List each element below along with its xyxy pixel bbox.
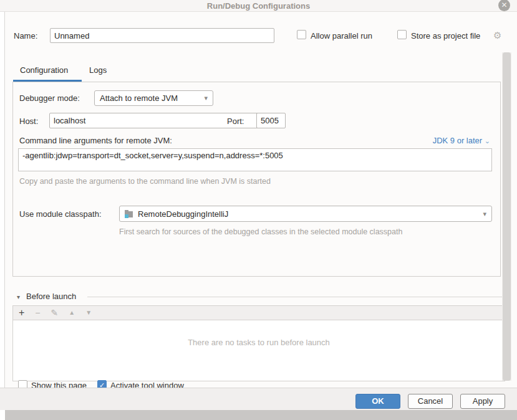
cmd-args-textarea[interactable]: -agentlib:jdwp=transport=dt_socket,serve… — [18, 148, 492, 171]
module-icon — [125, 210, 134, 218]
module-classpath-select[interactable]: RemoteDebuggingIntelliJ ▾ — [119, 206, 492, 222]
module-classpath-hint: First search for sources of the debugged… — [119, 227, 418, 237]
tab-configuration[interactable]: Configuration — [20, 65, 68, 75]
jdk-version-link-wrap: JDK 9 or later ⌄ — [433, 136, 490, 145]
module-classpath-value: RemoteDebuggingIntelliJ — [138, 209, 228, 219]
jdk-version-link-label: JDK 9 or later — [433, 136, 482, 145]
left-panel-edge — [0, 12, 5, 388]
dialog-body: Name: Allow parallel run Store as projec… — [5, 12, 517, 388]
scrollbar-thumb[interactable] — [503, 52, 511, 381]
host-label: Host: — [19, 117, 38, 126]
before-launch-toolbar: + − ✎ ▲ ▼ — [12, 305, 505, 320]
scrollbar-track[interactable] — [502, 52, 511, 381]
gear-icon[interactable]: ⚙ — [493, 30, 501, 41]
cancel-button[interactable]: Cancel — [408, 394, 453, 409]
dialog-footer: OK Cancel Apply — [0, 388, 517, 410]
run-debug-configurations-dialog: Run/Debug Configurations ✕ Name: Allow p… — [0, 0, 517, 420]
cmd-args-hint: Copy and paste the arguments to the comm… — [19, 177, 271, 186]
cmd-args-label: Command line arguments for remote JVM: — [19, 136, 172, 145]
dialog-title: Run/Debug Configurations — [0, 1, 517, 11]
add-icon[interactable]: + — [19, 308, 24, 318]
before-launch-empty-message: There are no tasks to run before launch — [13, 338, 505, 347]
name-input[interactable] — [50, 28, 274, 43]
port-label: Port: — [227, 117, 244, 126]
port-input[interactable] — [256, 113, 286, 128]
debugger-mode-select[interactable]: Attach to remote JVM ▾ — [94, 90, 213, 106]
jdk-version-link[interactable]: JDK 9 or later ⌄ — [433, 136, 490, 145]
chevron-down-icon: ⌄ — [485, 137, 490, 145]
section-divider — [87, 297, 505, 297]
name-label: Name: — [14, 31, 37, 41]
ok-button[interactable]: OK — [355, 394, 400, 409]
module-classpath-label: Use module classpath: — [19, 209, 102, 219]
background-strip — [5, 410, 517, 420]
debugger-mode-value: Attach to remote JVM — [100, 93, 178, 103]
chevron-down-icon: ▾ — [204, 94, 208, 102]
move-down-icon[interactable]: ▼ — [85, 310, 92, 316]
edit-pencil-icon[interactable]: ✎ — [51, 308, 59, 317]
before-launch-title: Before launch — [26, 292, 76, 301]
collapse-triangle-icon[interactable]: ▾ — [17, 294, 20, 300]
apply-button[interactable]: Apply — [460, 394, 505, 409]
remove-icon[interactable]: − — [35, 308, 40, 317]
store-as-project-file-label: Store as project file — [411, 31, 480, 41]
allow-parallel-run-checkbox[interactable] — [297, 30, 306, 39]
allow-parallel-run-label: Allow parallel run — [311, 31, 372, 41]
configuration-panel: Debugger mode: Attach to remote JVM ▾ Ho… — [12, 82, 501, 277]
chevron-down-icon: ▾ — [483, 210, 486, 218]
before-launch-task-list[interactable]: There are no tasks to run before launch — [12, 320, 505, 381]
dialog-titlebar: Run/Debug Configurations ✕ — [0, 0, 517, 12]
move-up-icon[interactable]: ▲ — [69, 310, 75, 316]
store-as-project-file-checkbox[interactable] — [397, 30, 407, 39]
debugger-mode-label: Debugger mode: — [19, 93, 80, 103]
tab-logs[interactable]: Logs — [89, 65, 107, 75]
